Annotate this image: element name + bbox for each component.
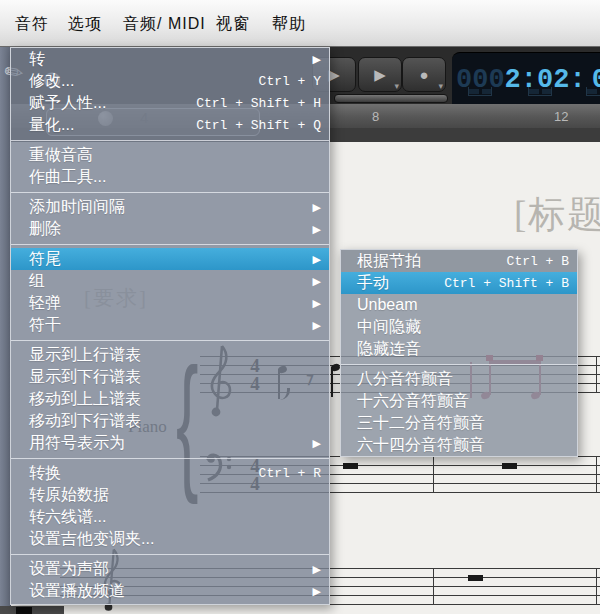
menu-item-represent-as-symbol[interactable]: 用符号表示为 ▶ (11, 432, 329, 454)
menu-separator (11, 336, 329, 344)
menu-item-label: 移动到下行谱表 (29, 411, 141, 432)
submenu-separator (341, 360, 577, 368)
menu-item-modify[interactable]: 修改... Ctrl + Y (11, 70, 329, 92)
menu-item-label: 显示到下行谱表 (29, 367, 141, 388)
menu-item-move-lower-staff[interactable]: 移动到下行谱表 (11, 410, 329, 432)
menu-item-show-upper-staff[interactable]: 显示到上行谱表 (11, 344, 329, 366)
menu-item-label: 添加时间间隔 (29, 197, 125, 218)
menu-item-label: 量化... (29, 115, 74, 136)
bottom-left-block (16, 607, 32, 614)
ruler-mark-12: 12 (554, 109, 568, 124)
submenu-arrow-icon: ▶ (313, 563, 321, 576)
menu-item-add-time-interval[interactable]: 添加时间间隔 ▶ (11, 196, 329, 218)
menu-item-beams[interactable]: 符尾 ▶ (11, 248, 329, 270)
menu-item-transform[interactable]: 转换 Ctrl + R (11, 462, 329, 484)
barline (433, 568, 434, 605)
lcd-indicator (528, 87, 552, 96)
submenu-item-unbeam[interactable]: Unbeam (341, 294, 577, 316)
menu-item-move-upper-staff[interactable]: 移动到上上谱表 (11, 388, 329, 410)
submenu-arrow-icon: ▶ (313, 253, 321, 266)
submenu-item-eighth-tremolo[interactable]: 八分音符颤音 (341, 368, 577, 390)
score-title: [标题] (514, 190, 600, 240)
submenu-arrow-icon: ▶ (313, 319, 321, 332)
barline (596, 356, 597, 393)
menu-item-group[interactable]: 组 ▶ (11, 270, 329, 292)
dropdown-corner-icon: ▾ (394, 82, 399, 91)
menubar-item-options[interactable]: 选项 (68, 14, 102, 35)
menu-bar: 音符 选项 音频/ MIDI 视窗 帮助 (0, 0, 600, 47)
submenu-arrow-icon: ▶ (313, 275, 321, 288)
menubar-item-help[interactable]: 帮助 (272, 14, 306, 35)
menu-item-shortcut: Ctrl + R (259, 466, 321, 481)
menu-item-stems[interactable]: 符干 ▶ (11, 314, 329, 336)
submenu-item-label: 八分音符颤音 (357, 369, 453, 390)
menu-item-flick[interactable]: 轻弹 ▶ (11, 292, 329, 314)
bottom-left-chrome (0, 606, 64, 614)
barline (596, 568, 597, 605)
menu-item-label: 转 (29, 49, 45, 70)
menu-item-label: 赋予人性... (29, 93, 106, 114)
menu-item-composer-tools[interactable]: 作曲工具... (11, 166, 329, 188)
submenu-item-label: 三十二分音符颤音 (357, 413, 485, 434)
submenu-item-thirtysecond-tremolo[interactable]: 三十二分音符颤音 (341, 412, 577, 434)
submenu-item-shortcut: Ctrl + B (507, 254, 569, 269)
submenu-item-by-beat[interactable]: 根据节拍 Ctrl + B (341, 250, 577, 272)
menu-item-show-lower-staff[interactable]: 显示到下行谱表 (11, 366, 329, 388)
submenu-arrow-icon: ▶ (313, 223, 321, 236)
menu-item-redo-pitch[interactable]: 重做音高 (11, 144, 329, 166)
transport-scrollbar[interactable] (334, 94, 448, 103)
menu-item-playback-channel[interactable]: 设置播放频道 ▶ (11, 580, 329, 602)
menu-item-guitar-capo[interactable]: 设置吉他变调夹... (11, 528, 329, 550)
play-icon: ▶ (374, 66, 386, 83)
menu-item-label: 设置播放频道 (29, 581, 125, 602)
menu-item-label: 作曲工具... (29, 167, 106, 188)
whole-rest[interactable] (468, 575, 483, 581)
notes-dropdown-menu: 转 ▶ 修改... Ctrl + Y 赋予人性... Ctrl + Shift … (10, 47, 330, 605)
record-button[interactable]: ● ▾ (402, 57, 446, 92)
menu-item-convert[interactable]: 转 ▶ (11, 48, 329, 70)
menu-separator (11, 240, 329, 248)
submenu-item-sixtyfourth-tremolo[interactable]: 六十四分音符颤音 (341, 434, 577, 456)
menubar-item-window[interactable]: 视窗 (216, 14, 250, 35)
play-button[interactable]: ▶ ▾ (358, 57, 402, 92)
menu-item-label: 转换 (29, 463, 61, 484)
menu-item-label: 转原始数据 (29, 485, 109, 506)
menu-item-label: 转六线谱... (29, 507, 106, 528)
submenu-item-label: 手动 (357, 273, 389, 294)
whole-rest[interactable] (343, 463, 358, 469)
menu-item-set-as-voice[interactable]: 设置为声部 ▶ (11, 558, 329, 580)
menu-item-label: 重做音高 (29, 145, 93, 166)
submenu-item-sixteenth-tremolo[interactable]: 十六分音符颤音 (341, 390, 577, 412)
menu-separator (11, 188, 329, 196)
submenu-arrow-icon: ▶ (313, 437, 321, 450)
menu-separator (11, 550, 329, 558)
menu-item-label: 修改... (29, 71, 74, 92)
menu-item-label: 设置为声部 (29, 559, 109, 580)
ruler-mark-8: 8 (372, 109, 379, 124)
menu-item-tablature[interactable]: 转六线谱... (11, 506, 329, 528)
menu-item-label: 移动到上上谱表 (29, 389, 141, 410)
menu-item-label: 轻弹 (29, 293, 61, 314)
whole-rest[interactable] (502, 463, 517, 469)
menu-item-humanize[interactable]: 赋予人性... Ctrl + Shift + H (11, 92, 329, 114)
submenu-item-label: 根据节拍 (357, 251, 421, 272)
menu-item-quantize[interactable]: 量化... Ctrl + Shift + Q (11, 114, 329, 136)
submenu-item-manual[interactable]: 手动 Ctrl + Shift + B (341, 272, 577, 294)
menu-separator (11, 136, 329, 144)
app-window: ▶ ▶ ▾ ● ▾ 0002:02:000 8 12 [标题] [要求] Pia… (0, 0, 600, 614)
submenu-item-label: 中间隐藏 (357, 317, 421, 338)
menu-item-raw-data[interactable]: 转原始数据 (11, 484, 329, 506)
menubar-item-notes[interactable]: 音符 (15, 14, 49, 35)
menubar-item-audio-midi[interactable]: 音频/ MIDI (123, 14, 206, 35)
record-icon: ● (419, 66, 428, 83)
beams-submenu: 根据节拍 Ctrl + B 手动 Ctrl + Shift + B Unbeam… (340, 249, 578, 457)
submenu-arrow-icon: ▶ (313, 201, 321, 214)
submenu-item-hide-tuplet[interactable]: 隐藏连音 (341, 338, 577, 360)
menu-item-delete[interactable]: 删除 ▶ (11, 218, 329, 240)
menu-separator (11, 454, 329, 462)
lcd-indicator (586, 87, 600, 96)
menu-item-label: 删除 (29, 219, 61, 240)
submenu-item-hide-middle[interactable]: 中间隐藏 (341, 316, 577, 338)
barline (596, 456, 597, 493)
menu-item-shortcut: Ctrl + Y (259, 74, 321, 89)
